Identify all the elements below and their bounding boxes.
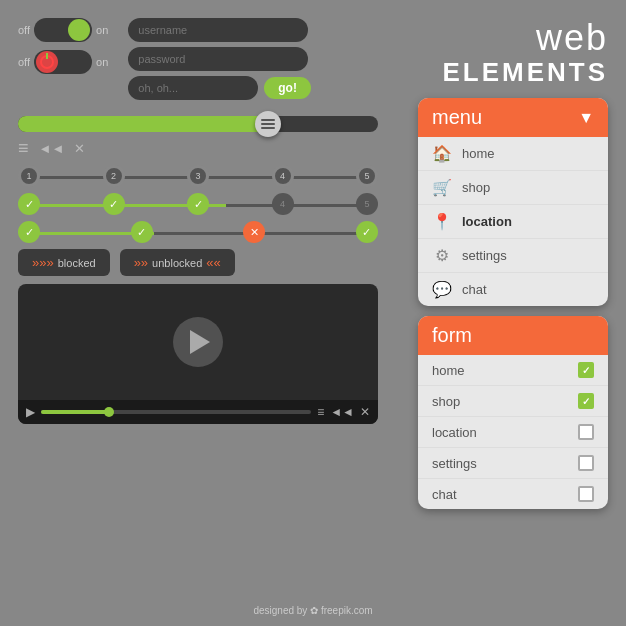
form-title: form [432, 324, 472, 347]
slider-fill [18, 116, 270, 132]
form-label-home: home [432, 363, 465, 378]
checkbox-chat[interactable] [578, 486, 594, 502]
step-1: 1 [18, 165, 40, 187]
inputs-area: go! [128, 18, 311, 100]
left-column: off on off on [18, 18, 388, 424]
form-item-shop[interactable]: shop [418, 386, 608, 417]
menu-item-shop[interactable]: 🛒 shop [418, 171, 608, 205]
progress-1-dot-2: ✓ [103, 193, 125, 215]
form-label-chat: chat [432, 487, 457, 502]
menu-item-chat[interactable]: 💬 chat [418, 273, 608, 306]
steps-row-inner: 1 2 3 4 5 [18, 165, 378, 187]
toggle-2[interactable]: off on [18, 50, 108, 74]
menu-arrow-icon: ▼ [578, 109, 594, 127]
power-icon-1 [72, 23, 86, 37]
right-column: menu ▼ 🏠 home 🛒 shop 📍 location ⚙ settin… [418, 18, 608, 509]
menu-panel: menu ▼ 🏠 home 🛒 shop 📍 location ⚙ settin… [418, 98, 608, 306]
toggles-col: off on off on [18, 18, 108, 108]
checkbox-shop[interactable] [578, 393, 594, 409]
video-progress-bar[interactable] [41, 410, 311, 414]
form-label-shop: shop [432, 394, 460, 409]
username-input[interactable] [128, 18, 308, 42]
menu-icon[interactable]: ≡ [18, 138, 29, 159]
power-icon-2 [40, 55, 54, 69]
menu-item-chat-label: chat [462, 282, 487, 297]
go-button[interactable]: go! [264, 77, 311, 99]
progress-1-dot-3: ✓ [187, 193, 209, 215]
footer: designed by ✿ freepik.com [253, 605, 372, 616]
progress-2-dot-2: ✓ [131, 221, 153, 243]
checkbox-home[interactable] [578, 362, 594, 378]
form-label-location: location [432, 425, 477, 440]
slider-thumb-icon [260, 118, 276, 130]
video-menu-icon[interactable]: ≡ [317, 405, 324, 419]
toggle-1[interactable]: off on [18, 18, 108, 42]
menu-item-location[interactable]: 📍 location [418, 205, 608, 239]
home-icon: 🏠 [432, 144, 452, 163]
password-input[interactable] [128, 47, 308, 71]
video-progress-fill [41, 410, 109, 414]
form-item-location[interactable]: location [418, 417, 608, 448]
step-5: 5 [356, 165, 378, 187]
progress-2-dot-1: ✓ [18, 221, 40, 243]
chat-icon: 💬 [432, 280, 452, 299]
unblocked-button[interactable]: »» unblocked «« [120, 249, 235, 276]
progress-row-2: ✓ ✓ ✕ ✓ [18, 221, 378, 243]
unblocked-arrow-icon-right: «« [206, 255, 220, 270]
slider-bar[interactable] [18, 116, 378, 132]
shop-icon: 🛒 [432, 178, 452, 197]
toggle-2-on-label: on [96, 56, 108, 68]
checkbox-settings[interactable] [578, 455, 594, 471]
progress-1-dot-5: 5 [356, 193, 378, 215]
step-3: 3 [187, 165, 209, 187]
toggle-2-off-label: off [18, 56, 30, 68]
input-row-3: go! [128, 76, 311, 100]
blocked-arrow-icon: »»» [32, 255, 54, 270]
progress-2-dot-3: ✕ [243, 221, 265, 243]
step-2: 2 [103, 165, 125, 187]
form-header: form [418, 316, 608, 355]
blocked-button[interactable]: »»» blocked [18, 249, 110, 276]
menu-item-settings[interactable]: ⚙ settings [418, 239, 608, 273]
menu-item-home-label: home [462, 146, 495, 161]
volume-icon[interactable]: ◄◄ [39, 141, 65, 156]
block-row: »»» blocked »» unblocked «« [18, 249, 388, 276]
location-icon: 📍 [432, 212, 452, 231]
blocked-label: blocked [58, 257, 96, 269]
form-item-chat[interactable]: chat [418, 479, 608, 509]
unblocked-label: unblocked [152, 257, 202, 269]
main-container: web ELEMENTS off on off [0, 0, 626, 626]
progress-1-dot-4: 4 [272, 193, 294, 215]
toggle-1-track[interactable] [34, 18, 92, 42]
settings-icon: ⚙ [432, 246, 452, 265]
progress-2-dot-4: ✓ [356, 221, 378, 243]
form-item-settings[interactable]: settings [418, 448, 608, 479]
play-triangle-icon [190, 330, 210, 354]
video-play-icon[interactable]: ▶ [26, 405, 35, 419]
toggle-2-thumb [36, 51, 58, 73]
form-label-settings: settings [432, 456, 477, 471]
form-panel: form home shop location settings chat [418, 316, 608, 509]
menu-item-home[interactable]: 🏠 home [418, 137, 608, 171]
menu-header[interactable]: menu ▼ [418, 98, 608, 137]
toggle-1-off-label: off [18, 24, 30, 36]
progress-row-1-inner: ✓ ✓ ✓ 4 5 [18, 193, 378, 215]
slider-thumb[interactable] [255, 111, 281, 137]
checkbox-location[interactable] [578, 424, 594, 440]
progress-row-2-inner: ✓ ✓ ✕ ✓ [18, 221, 378, 243]
slider-area [18, 116, 388, 132]
video-close-icon[interactable]: ✕ [360, 405, 370, 419]
menu-item-shop-label: shop [462, 180, 490, 195]
inputs-toggles-row: off on off on [18, 18, 388, 108]
video-controls: ▶ ≡ ◄◄ ✕ [18, 400, 378, 424]
video-screen[interactable] [18, 284, 378, 400]
play-button[interactable] [173, 317, 223, 367]
steps-row: 1 2 3 4 5 [18, 165, 378, 187]
video-volume-icon[interactable]: ◄◄ [330, 405, 354, 419]
text-input[interactable] [128, 76, 258, 100]
close-icon[interactable]: ✕ [74, 141, 85, 156]
form-item-home[interactable]: home [418, 355, 608, 386]
unblocked-arrow-icon-left: »» [134, 255, 148, 270]
toggle-2-track[interactable] [34, 50, 92, 74]
title-spacer [418, 18, 608, 88]
